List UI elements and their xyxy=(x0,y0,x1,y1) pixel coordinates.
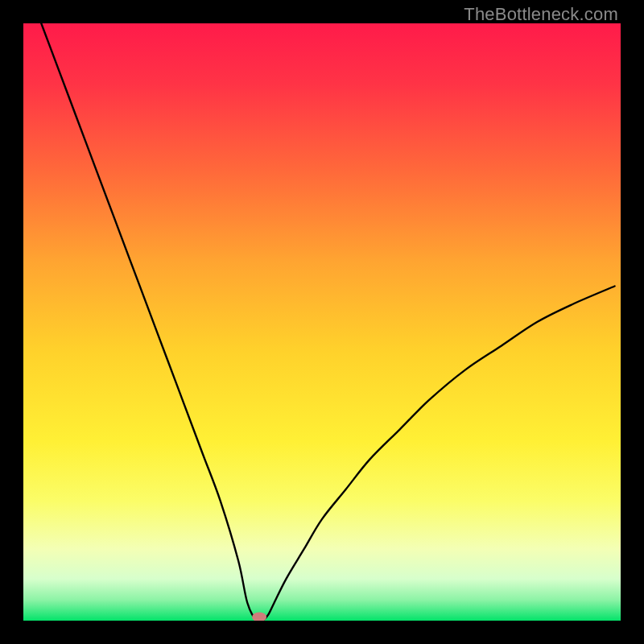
chart-frame: TheBottleneck.com xyxy=(0,0,644,644)
plot-area xyxy=(23,23,621,621)
bottleneck-chart xyxy=(23,23,621,621)
gradient-background xyxy=(23,23,621,621)
watermark-text: TheBottleneck.com xyxy=(464,4,618,25)
